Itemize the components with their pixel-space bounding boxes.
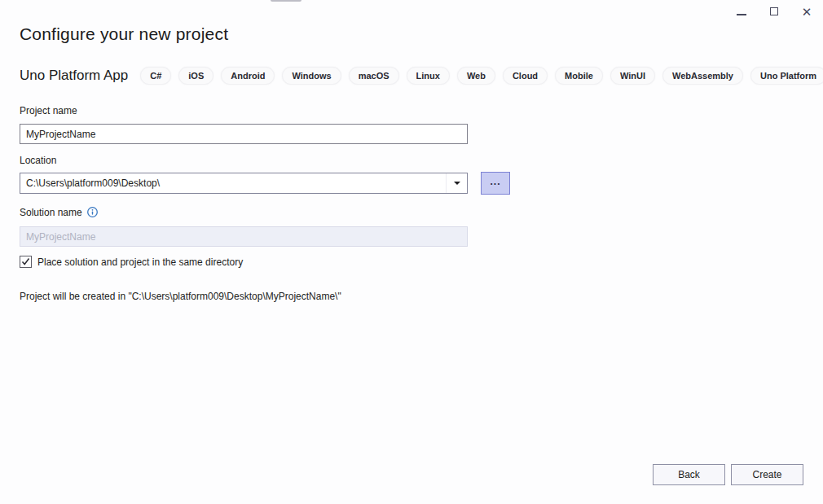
location-dropdown-button[interactable] [446, 173, 467, 193]
close-button[interactable]: ✕ [790, 0, 823, 23]
location-label: Location [20, 155, 56, 166]
same-directory-label[interactable]: Place solution and project in the same d… [37, 256, 243, 268]
created-in-text: Project will be created in "C:\Users\pla… [20, 291, 341, 302]
template-tag: Linux [407, 67, 450, 85]
template-tag: WinUI [610, 67, 655, 85]
template-tag: Windows [282, 67, 341, 85]
page-title: Configure your new project [20, 24, 228, 44]
solution-name-label: Solution name [20, 207, 98, 220]
template-tag: Web [457, 67, 495, 85]
project-name-label: Project name [20, 105, 77, 116]
maximize-button[interactable] [758, 0, 790, 23]
window-controls: ✕ [725, 0, 823, 23]
info-icon[interactable] [87, 207, 98, 220]
checkmark-icon [21, 257, 30, 266]
project-name-input[interactable] [20, 124, 468, 144]
minimize-button[interactable] [725, 0, 758, 23]
same-directory-checkbox[interactable] [20, 256, 32, 268]
configure-project-dialog: ✕ Configure your new project Uno Platfor… [0, 0, 823, 504]
close-icon: ✕ [802, 6, 812, 18]
window-top-artifact [271, 0, 301, 2]
solution-name-label-text: Solution name [20, 207, 82, 218]
back-button[interactable]: Back [653, 464, 725, 485]
solution-name-input [20, 226, 468, 247]
browse-location-button[interactable]: ... [481, 172, 510, 195]
template-row: Uno Platform App C#iOSAndroidWindowsmacO… [20, 67, 823, 85]
template-tag: C# [140, 67, 171, 85]
template-tag: Cloud [503, 67, 548, 85]
template-tag: macOS [349, 67, 399, 85]
minimize-icon [737, 14, 746, 15]
template-name: Uno Platform App [20, 68, 128, 84]
maximize-icon [770, 7, 778, 15]
template-tag: Android [221, 67, 275, 85]
template-tag: WebAssembly [662, 67, 743, 85]
chevron-down-icon [454, 182, 460, 185]
location-value: C:\Users\platform009\Desktop\ [20, 177, 446, 189]
template-tags: C#iOSAndroidWindowsmacOSLinuxWebCloudMob… [140, 67, 823, 85]
location-combobox[interactable]: C:\Users\platform009\Desktop\ [20, 173, 468, 194]
template-tag: Uno Platform [750, 67, 823, 85]
template-tag: iOS [178, 67, 213, 85]
same-directory-row: Place solution and project in the same d… [20, 256, 243, 268]
create-button[interactable]: Create [731, 464, 803, 485]
template-tag: Mobile [555, 67, 603, 85]
